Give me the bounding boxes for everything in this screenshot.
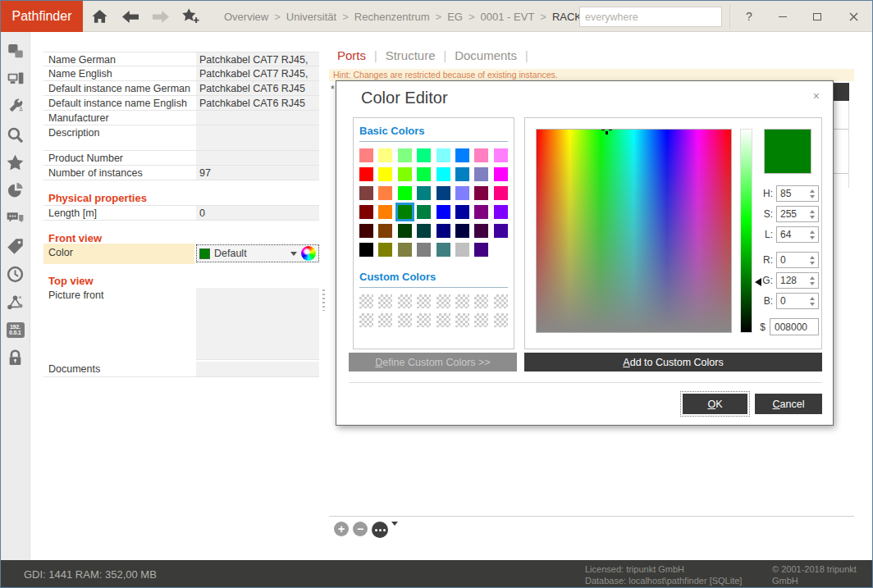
basic-color-swatch[interactable] (378, 186, 392, 200)
basic-color-swatch[interactable] (398, 205, 412, 219)
picture-front-dropzone[interactable] (196, 288, 319, 360)
close-button[interactable] (839, 1, 867, 32)
custom-color-slot[interactable] (474, 313, 488, 327)
spinner-arrows[interactable] (807, 230, 818, 239)
basic-color-swatch[interactable] (359, 167, 373, 181)
gradient-crosshair-marker[interactable] (601, 129, 612, 134)
basic-color-swatch[interactable] (494, 148, 508, 162)
form-row[interactable]: Description (43, 125, 319, 151)
sidebar-item-reports[interactable] (7, 181, 25, 199)
basic-color-swatch[interactable] (398, 243, 412, 257)
basic-color-swatch[interactable] (398, 186, 412, 200)
field-value[interactable]: 0 (196, 206, 319, 220)
form-row[interactable]: Product Number (43, 151, 319, 166)
basic-color-swatch[interactable] (494, 205, 508, 219)
basic-color-swatch[interactable] (455, 148, 469, 162)
sidebar-item-tools[interactable] (7, 98, 25, 116)
basic-color-swatch[interactable] (417, 205, 431, 219)
basic-color-swatch[interactable] (359, 186, 373, 200)
field-value[interactable] (196, 111, 319, 125)
field-value[interactable]: Patchkabel CAT6 RJ45 (196, 81, 319, 95)
custom-color-slot[interactable] (417, 294, 431, 308)
define-custom-colors-button[interactable]: Define Custom Colors >> (349, 353, 517, 371)
help-button[interactable]: ? (735, 1, 763, 32)
search-box[interactable] (579, 7, 722, 27)
basic-color-swatch[interactable] (494, 243, 508, 257)
sidebar-item-search[interactable] (7, 125, 25, 144)
basic-color-swatch[interactable] (359, 224, 373, 238)
blue-input[interactable]: 0 (776, 293, 819, 309)
remove-button[interactable]: − (353, 522, 368, 536)
form-row[interactable]: Name English Patchkabel CAT7 RJ45, grün (43, 66, 319, 81)
spinner-arrows[interactable] (807, 256, 818, 265)
form-row[interactable]: Name German Patchkabel CAT7 RJ45, grün (43, 52, 319, 66)
form-row[interactable]: Default instance name German Patchkabel … (43, 81, 319, 96)
red-input[interactable]: 0 (776, 252, 819, 268)
cancel-button[interactable]: Cancel (755, 394, 822, 414)
splitter-handle[interactable] (322, 289, 325, 311)
basic-color-swatch[interactable] (436, 205, 450, 219)
spinner-arrows[interactable] (807, 276, 818, 285)
forward-button[interactable] (151, 7, 171, 26)
custom-color-slot[interactable] (398, 313, 412, 327)
field-value[interactable]: Patchkabel CAT6 RJ45 (196, 96, 319, 110)
custom-color-slot[interactable] (359, 294, 373, 308)
basic-color-swatch[interactable] (398, 167, 412, 181)
basic-color-swatch[interactable] (417, 148, 431, 162)
sidebar-item-devices[interactable] (7, 70, 25, 88)
basic-color-swatch[interactable] (474, 224, 488, 238)
basic-color-swatch[interactable] (474, 148, 488, 162)
custom-color-slot[interactable] (378, 313, 392, 327)
sidebar-item-tags[interactable] (7, 237, 25, 255)
basic-color-swatch[interactable] (455, 224, 469, 238)
breadcrumb-item[interactable]: Universität (286, 11, 336, 23)
sidebar-item-security[interactable] (7, 349, 25, 367)
luminance-slider[interactable] (740, 129, 752, 333)
basic-color-swatch[interactable] (417, 186, 431, 200)
field-value[interactable]: Patchkabel CAT7 RJ45, grün (196, 52, 319, 66)
custom-color-slot[interactable] (378, 294, 392, 308)
dialog-close-button[interactable]: × (813, 89, 820, 103)
field-value[interactable]: Patchkabel CAT7 RJ45, grün (196, 66, 319, 80)
green-input[interactable]: 128 (776, 272, 819, 289)
home-button[interactable] (89, 7, 109, 26)
field-value[interactable] (196, 125, 319, 150)
basic-color-swatch[interactable] (494, 186, 508, 200)
search-input[interactable] (580, 11, 722, 23)
custom-color-slot[interactable] (494, 313, 508, 327)
form-row[interactable]: Number of instances 97 (43, 166, 319, 180)
maximize-button[interactable] (803, 1, 831, 32)
basic-color-swatch[interactable] (455, 167, 469, 181)
luminance-input[interactable]: 64 (776, 226, 819, 243)
back-button[interactable] (121, 7, 140, 26)
custom-color-slot[interactable] (436, 294, 450, 308)
spinner-arrows[interactable] (807, 297, 818, 306)
add-button[interactable]: + (334, 522, 349, 536)
hue-saturation-gradient[interactable] (536, 129, 732, 333)
basic-color-swatch[interactable] (436, 186, 450, 200)
color-dropdown[interactable]: Default (196, 244, 319, 262)
breadcrumb-item[interactable]: 0001 - EVT (481, 11, 535, 23)
add-to-custom-colors-button[interactable]: Add to Custom Colors (524, 353, 822, 371)
form-row[interactable]: Documents (43, 362, 319, 377)
basic-color-swatch[interactable] (474, 167, 488, 181)
breadcrumb-item[interactable]: Rechenzentrum (354, 11, 430, 23)
basic-color-swatch[interactable] (474, 186, 488, 200)
field-value[interactable] (196, 362, 319, 376)
custom-color-slot[interactable] (359, 313, 373, 327)
custom-color-slot[interactable] (436, 313, 450, 327)
chevron-down-icon[interactable] (290, 252, 297, 256)
hex-input[interactable]: 008000 (770, 318, 819, 335)
basic-color-swatch[interactable] (398, 148, 412, 162)
sidebar-item-ip-addresses[interactable]: 192. 0.0.1 (7, 321, 25, 339)
color-wheel-icon[interactable] (301, 246, 316, 261)
basic-color-swatch[interactable] (378, 205, 392, 219)
basic-color-swatch[interactable] (494, 224, 508, 238)
basic-color-swatch[interactable] (398, 224, 412, 238)
sidebar-item-structure[interactable] (7, 42, 25, 60)
more-options-caret[interactable] (391, 526, 398, 540)
form-row[interactable]: Length [m] 0 (43, 205, 319, 221)
spinner-arrows[interactable] (807, 189, 818, 198)
basic-color-swatch[interactable] (436, 148, 450, 162)
sidebar-item-favorites[interactable] (7, 153, 25, 171)
